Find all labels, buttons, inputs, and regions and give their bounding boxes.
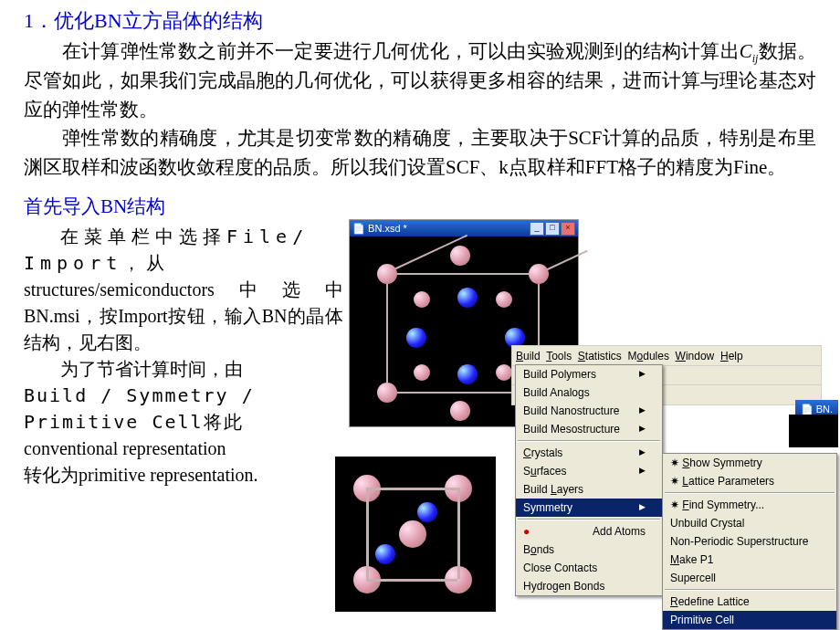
mi-make-p1[interactable]: Make P1 (663, 551, 836, 569)
close-button[interactable]: × (561, 222, 575, 236)
left-column: 在菜单栏中选择File/ Import，从 structures/semicon… (24, 224, 343, 488)
viewer-title: 📄 BN.xsd * (352, 221, 407, 236)
symmetry-submenu: ✷ Show Symmetry ✷ Lattice Parameters ✷ F… (662, 453, 837, 630)
mi-nonperiodic[interactable]: Non-Periodic Superstructure (663, 532, 836, 551)
mi-build-mesostructure[interactable]: Build Mesostructure▶ (516, 420, 662, 438)
application-menu-cluster: Build Tools Statistics Modules Window He… (511, 345, 822, 405)
mi-redefine-lattice[interactable]: Redefine Lattice (663, 593, 836, 611)
mi-build-nanostructure[interactable]: Build Nanostructure▶ (516, 402, 662, 420)
left-p2e: 转化为primitive representation. (24, 462, 343, 488)
paragraph-1: 在计算弹性常数之前并不一定要进行几何优化，可以由实验观测到的结构计算出Cij数据… (24, 37, 816, 124)
mi-hydrogen-bonds[interactable]: Hydrogen Bonds (516, 577, 662, 595)
menu-help[interactable]: Help (720, 350, 743, 362)
mi-bonds[interactable]: Bonds (516, 541, 662, 559)
mi-build-analogs[interactable]: Build Analogs (516, 383, 662, 402)
section-heading: 1．优化BN立方晶体的结构 (24, 5, 816, 36)
menu-build[interactable]: Build (516, 350, 541, 362)
left-p2b: Build / Symmetry / (24, 384, 255, 406)
cij-c: C (740, 40, 752, 62)
menu-tools[interactable]: Tools (546, 350, 572, 362)
left-p2c: Primitive Cell将此 (24, 411, 244, 433)
mi-find-symmetry[interactable]: ✷ Find Symmetry... (663, 496, 836, 514)
menu-window[interactable]: Window (676, 350, 715, 362)
left-p1b: Import，从 (24, 252, 170, 274)
mi-build-layers[interactable]: Build Layers (516, 480, 662, 499)
left-p1a: 在菜单栏中选择File/ (60, 226, 309, 247)
menubar[interactable]: Build Tools Statistics Modules Window He… (511, 345, 822, 366)
maximize-button[interactable]: □ (545, 222, 560, 236)
menu-statistics[interactable]: Statistics (578, 350, 622, 362)
subheading: 首先导入BN结构 (24, 193, 816, 222)
document-tab-canvas[interactable] (789, 415, 838, 447)
left-p1c: structures/semiconductors中选中BN.msi，按Impo… (24, 277, 343, 356)
crystal-viewer-small[interactable] (335, 457, 496, 612)
paragraph-2: 弹性常数的精确度，尤其是切变常数的精确度，主要取决于SCF计算的品质，特别是布里… (24, 124, 816, 182)
mi-symmetry[interactable]: Symmetry▶ (516, 499, 662, 517)
mi-primitive-cell[interactable]: Primitive Cell (663, 611, 836, 629)
mi-add-atoms[interactable]: ● Add Atoms (516, 522, 662, 541)
mi-build-polymers[interactable]: Build Polymers▶ (516, 365, 662, 383)
minimize-button[interactable]: _ (530, 222, 544, 236)
left-p2d: conventional representation (24, 436, 343, 462)
mi-crystals[interactable]: Crystals▶ (516, 444, 662, 462)
mi-close-contacts[interactable]: Close Contacts (516, 559, 662, 577)
mi-surfaces[interactable]: Surfaces▶ (516, 462, 662, 480)
build-dropdown: Build Polymers▶ Build Analogs Build Nano… (515, 364, 663, 596)
mi-unbuild-crystal[interactable]: Unbuild Crystal (663, 514, 836, 532)
para1-text-a: 在计算弹性常数之前并不一定要进行几何优化，可以由实验观测到的结构计算出 (62, 40, 740, 62)
menu-modules[interactable]: Modules (628, 350, 669, 362)
mi-show-symmetry[interactable]: ✷ Show Symmetry (663, 454, 836, 472)
viewer-titlebar[interactable]: 📄 BN.xsd * _ □ × (350, 220, 578, 236)
mi-supercell[interactable]: Supercell (663, 569, 836, 587)
mi-lattice-parameters[interactable]: ✷ Lattice Parameters (663, 472, 836, 490)
left-p2a: 为了节省计算时间，由 (24, 356, 343, 383)
